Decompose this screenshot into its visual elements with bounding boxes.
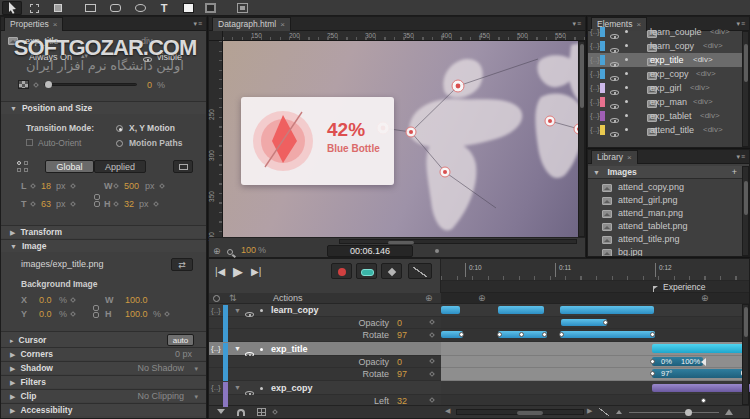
keyframe-dot[interactable]: [497, 332, 502, 337]
add-keyframe-button[interactable]: [381, 263, 402, 279]
auto-orient-checkbox[interactable]: [26, 139, 33, 146]
layout-defaults-button[interactable]: [173, 160, 193, 173]
animation-bar[interactable]: [498, 306, 544, 314]
lock-dot-icon[interactable]: [625, 44, 628, 47]
keyframe-arrow-icon[interactable]: [701, 358, 706, 366]
actions-braces-icon[interactable]: {..}: [590, 53, 600, 67]
add-keyframe-icon[interactable]: [429, 371, 435, 377]
add-keyframe-icon[interactable]: [429, 397, 435, 403]
actions-braces-icon[interactable]: {..}: [590, 67, 600, 81]
section-position-size[interactable]: ▼Position and Size: [1, 101, 206, 114]
label-flag-icon[interactable]: [653, 286, 659, 292]
playhead-toggle-icon[interactable]: [435, 249, 439, 253]
panel-menu-icon[interactable]: [189, 20, 203, 28]
bgh-value[interactable]: 100.0: [125, 309, 148, 319]
lock-dot-icon[interactable]: [625, 30, 628, 33]
animation-bar[interactable]: [560, 331, 655, 338]
actions-braces-icon[interactable]: {..}: [590, 95, 600, 109]
opacity-value[interactable]: 0: [147, 80, 152, 90]
tab-properties[interactable]: Properties×: [4, 17, 63, 31]
section-filters[interactable]: ▶Filters: [1, 375, 206, 388]
h-value[interactable]: 32: [124, 199, 134, 209]
motion-paths-radio[interactable]: [116, 140, 123, 147]
timeline-vscrollbar[interactable]: [742, 304, 749, 405]
prop-row-opacity[interactable]: Opacity 0: [209, 317, 441, 329]
anchor-grid-icon[interactable]: [17, 161, 29, 173]
corners-value[interactable]: 0 px: [175, 348, 192, 361]
track-exp-opacity[interactable]: 0% 100%: [441, 356, 749, 368]
prop-value[interactable]: 97: [397, 368, 407, 381]
w-keyframe-icon[interactable]: [113, 183, 119, 189]
prop-row-rotate[interactable]: Rotate 97: [209, 329, 441, 342]
keyframe-dot[interactable]: [542, 332, 547, 337]
element-row[interactable]: {..} learn_couple <div>: [588, 25, 749, 39]
t-keyframe-icon[interactable]: [30, 201, 36, 207]
section-shadow[interactable]: ▶Shadow No Shadow ▾: [1, 361, 206, 374]
image-src-value[interactable]: images/exp_title.png: [21, 259, 104, 269]
h-keyframe-icon[interactable]: [113, 201, 119, 207]
clip-value[interactable]: No Clipping: [137, 390, 184, 403]
opacity-keyframe-icon[interactable]: [33, 82, 39, 88]
library-item[interactable]: attend_girl.png: [588, 194, 749, 207]
applied-button[interactable]: Applied: [94, 160, 146, 173]
grid-size-icon[interactable]: [272, 409, 278, 415]
scroll-left-icon[interactable]: ◀: [445, 407, 450, 415]
lock-dot-icon[interactable]: [260, 309, 263, 312]
elements-scrollbar[interactable]: [742, 31, 749, 147]
element-row[interactable]: {..} exp_tablet <div>: [588, 109, 749, 123]
element-row[interactable]: {..} exp_man <div>: [588, 95, 749, 109]
lock-dot-icon[interactable]: [625, 58, 628, 61]
element-row[interactable]: {..} learn_copy <div>: [588, 39, 749, 53]
expand-triangle-icon[interactable]: ▼: [234, 381, 241, 395]
insert-label-icon[interactable]: ⊕: [478, 293, 486, 304]
track-learn-copy[interactable]: [441, 304, 749, 317]
actions-braces-icon[interactable]: {..}: [590, 109, 600, 123]
scroll-thumb[interactable]: [517, 411, 543, 415]
track-exp-rotate[interactable]: 97°: [441, 368, 749, 381]
infographic-card[interactable]: 42% Blue Bottle: [241, 97, 394, 185]
close-icon[interactable]: ×: [53, 20, 58, 29]
snap-magnet-icon[interactable]: [237, 409, 245, 416]
fill-color-chip[interactable]: [178, 1, 198, 15]
play-button[interactable]: ▶: [233, 264, 243, 279]
actions-braces-icon[interactable]: {..}: [590, 81, 600, 95]
zoom-out-mountain-icon[interactable]: [616, 410, 622, 414]
section-transform[interactable]: ▶Transform: [1, 225, 206, 238]
transform-tool[interactable]: [24, 1, 44, 15]
keyframe-dot[interactable]: [650, 371, 655, 376]
add-action-icon[interactable]: ⊕: [425, 293, 433, 304]
text-tool[interactable]: T: [154, 1, 174, 15]
sort-icon[interactable]: ⇅: [229, 293, 237, 304]
panel-menu-icon[interactable]: [732, 153, 746, 161]
bgy-kf-icon[interactable]: [70, 311, 76, 317]
grid-icon[interactable]: [257, 408, 266, 416]
actions-braces-icon[interactable]: {..}: [590, 123, 600, 137]
section-accessibility[interactable]: ▶Accessibility: [1, 403, 206, 416]
prop-row-opacity[interactable]: Opacity 0: [209, 356, 441, 368]
keyframe-dot[interactable]: [559, 332, 564, 337]
selection-tool[interactable]: [2, 1, 22, 15]
w-value[interactable]: 500: [124, 181, 139, 191]
library-item[interactable]: attend_tablet.png: [588, 220, 749, 233]
lock-dot-icon[interactable]: [625, 86, 628, 89]
t-kf2-icon[interactable]: [70, 201, 76, 207]
keyframe-dot[interactable]: [459, 332, 464, 337]
section-cursor[interactable]: ▸Cursor auto: [1, 331, 206, 347]
crosshair-icon[interactable]: ⊕: [213, 246, 221, 256]
go-to-end-button[interactable]: ▶|: [251, 266, 261, 277]
lock-dot-icon[interactable]: [625, 72, 628, 75]
shadow-dropdown-icon[interactable]: ▾: [194, 362, 198, 375]
library-item[interactable]: attend_copy.png: [588, 181, 749, 194]
library-scrollbar[interactable]: [742, 166, 749, 256]
h-kf2-icon[interactable]: [153, 201, 159, 207]
bgh-kf-icon[interactable]: [164, 311, 170, 317]
cursor-auto-button[interactable]: auto: [167, 334, 194, 346]
xy-motion-radio[interactable]: [116, 125, 123, 132]
animation-bar[interactable]: [561, 319, 607, 326]
link-bg-icon[interactable]: [93, 305, 99, 318]
keyframe-dot[interactable]: [603, 320, 608, 325]
easing-button[interactable]: [408, 263, 432, 279]
fit-timeline-icon[interactable]: [599, 408, 609, 416]
rounded-rect-tool[interactable]: [105, 1, 125, 15]
prop-value[interactable]: 0: [397, 356, 402, 368]
